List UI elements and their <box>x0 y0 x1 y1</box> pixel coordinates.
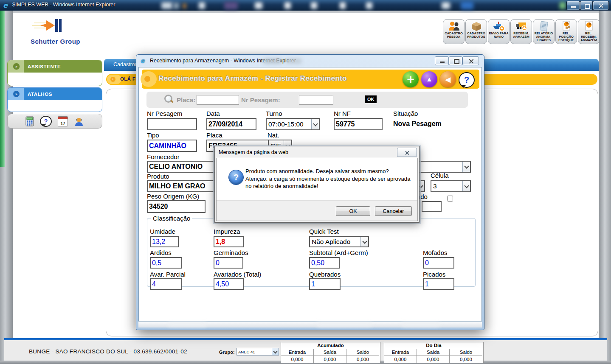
chevron-down-icon[interactable] <box>462 162 470 172</box>
nr-pesagem-input[interactable] <box>147 118 197 130</box>
quick-test-select[interactable]: Não Aplicado <box>309 236 369 247</box>
peso-origem-label: Peso Origem (KG) <box>147 193 199 200</box>
subtotal-input[interactable] <box>309 257 340 269</box>
toolbar-recebim-armazem[interactable]: RECEBIM. ARMAZÉM <box>510 19 532 44</box>
quebrados-label: Quebrados <box>309 271 341 278</box>
grupo-select[interactable]: ANEC 41 <box>237 348 279 356</box>
back-arrow-icon: ◀ <box>445 76 451 84</box>
classificacao-fieldset: Classificação Umidade Impureza Quick Tes… <box>147 215 476 287</box>
ship-icon <box>493 20 505 31</box>
modal-close-button[interactable] <box>462 56 479 65</box>
ardidos-label: Ardidos <box>150 249 172 256</box>
search-icon <box>164 95 174 104</box>
upload-button[interactable]: ▲ <box>421 71 437 87</box>
mofados-input[interactable] <box>423 257 454 269</box>
maximize-button[interactable] <box>580 1 593 10</box>
blurred-item <box>560 2 566 9</box>
assistente-panel[interactable]: » ASSISTENTE <box>7 60 102 86</box>
toolbar-rel-recebim-armazem[interactable]: REL. RECEBIM. ARMAZÉM <box>578 19 600 44</box>
ie-icon: e <box>3 1 8 9</box>
search-bar: Placa: Nr Pesagem: OK <box>146 92 468 108</box>
dialog-cancel-button[interactable]: Cancelar <box>375 206 412 216</box>
blurred-item <box>340 2 346 9</box>
blurred-item <box>442 2 450 9</box>
dialog-ok-button[interactable]: OK <box>336 206 370 216</box>
picados-input[interactable] <box>423 278 454 290</box>
aux-input[interactable] <box>422 201 442 212</box>
calculator-icon[interactable] <box>25 116 34 126</box>
blurred-item <box>264 59 282 64</box>
celula-select[interactable]: 3 <box>431 180 471 192</box>
quick-test-label: Quick Test <box>309 228 339 235</box>
situacao-value: Nova Pesagem <box>393 120 442 128</box>
nr-nf-input[interactable] <box>334 118 383 130</box>
impureza-input[interactable] <box>214 236 244 247</box>
avariados-label: Avariados (Total) <box>214 271 261 278</box>
quebrados-input[interactable] <box>309 278 341 290</box>
blurred-item <box>317 323 372 326</box>
chevron-down-icon[interactable] <box>272 348 279 355</box>
search-pesagem-input[interactable] <box>299 95 333 105</box>
toolbar-rel-posicao-estoque[interactable]: REL. POSIÇÃO ESTOQUE <box>555 19 577 44</box>
col-header: Entrada <box>281 349 314 356</box>
back-button[interactable]: ◀ <box>440 71 456 87</box>
toolbar-cadastro-produtos[interactable]: CADASTRO PRODUTOS <box>465 19 487 44</box>
tipo-input[interactable] <box>147 140 197 152</box>
toolbar-label: RELATÓRIO ANORMA- LIDADES <box>534 32 554 42</box>
col-header: Saldo <box>346 349 379 356</box>
blurred-item <box>402 323 440 326</box>
toolbar-label: CADASTRO PRODUTOS <box>466 32 486 39</box>
do-dia-table: Do Dia Entrada Saída Saldo 0,000 0,000 0… <box>384 342 484 363</box>
data-label: Data <box>206 110 220 117</box>
user-icon[interactable] <box>74 116 84 126</box>
toolbar-label: RECEBIM. ARMAZÉM <box>511 32 531 39</box>
avariados-input[interactable] <box>214 278 244 290</box>
subtotal-label: Subtotal (Ard+Germ) <box>309 249 368 256</box>
atalhos-panel[interactable]: » ATALHOS <box>7 87 102 112</box>
germinados-input[interactable] <box>214 257 243 269</box>
dialog-body: ? Produto com anormalidade. Deseja salva… <box>216 158 418 221</box>
search-placa-input[interactable] <box>197 95 239 105</box>
atalhos-header[interactable]: » ATALHOS <box>8 88 102 100</box>
help-icon[interactable]: ? <box>40 116 52 127</box>
dialog-title: Mensagem da página da web <box>219 149 288 155</box>
avar-parcial-input[interactable] <box>150 278 182 290</box>
company-name: BUNGE - SAO FRANCISCO DO SUL - 03.639.66… <box>29 348 187 355</box>
cell-value: 0,000 <box>384 356 417 363</box>
modal-minimize-button[interactable] <box>435 56 449 65</box>
data-input[interactable] <box>206 118 256 130</box>
blurred-item <box>173 3 179 9</box>
calendar-icon[interactable]: 17 <box>58 116 68 126</box>
col-header: Saída <box>314 349 346 356</box>
dialog-close-button[interactable] <box>397 148 417 157</box>
chevron-down-icon[interactable] <box>462 181 470 191</box>
blurred-item <box>224 2 238 9</box>
schutter-logo: Schutter Group <box>31 19 80 45</box>
blurred-item <box>183 3 186 8</box>
search-ok-button[interactable]: OK <box>365 95 377 103</box>
modal-maximize-button[interactable] <box>449 56 462 65</box>
dialog-message-line1: Produto com anormalidade. Deseja salvar … <box>245 168 411 175</box>
toolbar-cadastro-pessoa[interactable]: CADASTRO PESSOA <box>443 19 465 44</box>
dialog-footer: OK Cancelar <box>217 200 417 221</box>
umidade-input[interactable] <box>150 236 179 247</box>
add-button[interactable]: + <box>403 71 419 87</box>
toolbar-envio-navio[interactable]: ENVIO PARA NAVIO <box>488 19 510 44</box>
blurred-item <box>461 1 473 9</box>
assistente-header[interactable]: » ASSISTENTE <box>8 60 102 73</box>
turno-select[interactable]: 07:00-15:00 <box>266 118 320 130</box>
peso-origem-input[interactable] <box>147 200 206 213</box>
menu-cadastros[interactable]: Cadastros <box>113 62 138 67</box>
help-button[interactable]: ? <box>459 72 475 88</box>
web-message-dialog: Mensagem da página da web ? Produto com … <box>214 146 420 223</box>
fugado-checkbox[interactable] <box>447 196 453 202</box>
chevron-down-icon[interactable] <box>311 119 319 129</box>
ardidos-input[interactable] <box>150 257 182 269</box>
question-icon: ? <box>464 75 469 85</box>
fornecedor-label: Fornecedor <box>147 153 180 160</box>
minimize-button[interactable] <box>566 1 580 10</box>
toolbar-relatorio-anormalidades[interactable]: RELATÓRIO ANORMA- LIDADES <box>533 19 555 44</box>
blurred-item <box>161 2 172 9</box>
close-button[interactable] <box>593 1 609 10</box>
chevron-down-icon[interactable] <box>360 237 368 246</box>
